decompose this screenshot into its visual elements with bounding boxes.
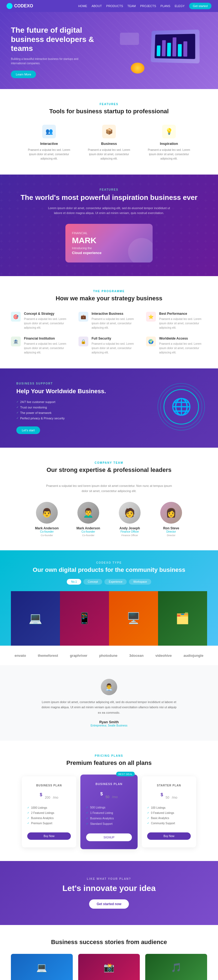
logo: CODEXO xyxy=(6,3,33,9)
nav-projects[interactable]: PROJECTS xyxy=(140,4,156,8)
plan-features-1: 1000 Listings 2 Featured Listings Busine… xyxy=(27,805,71,826)
cta-section: Like what your plan? Let's innovate your… xyxy=(0,861,218,925)
strategy-desc-worldwide: Praesent a vulputat leo sed. Lorem ipsum… xyxy=(159,342,207,355)
strategy-desc-performance: Praesent a vulputat leo sed. Lorem ipsum… xyxy=(159,317,207,330)
pricing-card-1: BUSINESS PLAN $ 200 /mo 1000 Listings 2 … xyxy=(22,776,76,847)
plan-features-featured: 500 Listings 1 Featured Listing Business… xyxy=(86,805,132,827)
plan-price-3: $ 50 /mo xyxy=(147,790,191,801)
strategy-title-worldwide: Worldwide Access xyxy=(159,337,207,340)
nav-cta-button[interactable]: Get started xyxy=(189,3,212,9)
story-img-2: 📸 xyxy=(78,954,140,980)
products-section: CODEXO TYPE Our own digital products for… xyxy=(0,550,218,646)
member-name-2: Mark Anderson xyxy=(72,527,105,530)
avatar-1: 👨 xyxy=(36,502,58,523)
strategy-icon-interactive: 💼 xyxy=(78,312,88,321)
member-title-1: Co-founder xyxy=(30,534,63,537)
logo-text: CODEXO xyxy=(14,3,33,8)
avatar-3: 🧑 xyxy=(119,502,141,523)
monitor-screen xyxy=(154,34,195,59)
feature-title-business: Business xyxy=(84,142,134,146)
support-section: Business Support Help Your Worldwide Bus… xyxy=(0,368,218,448)
stories-grid: 💻 Sed ut perspiciatis unde sit omnis ist… xyxy=(11,954,207,980)
team-member-4: 👩 Ron Steve Director Director xyxy=(155,502,188,537)
partner-videohive: videohive xyxy=(155,654,172,658)
team-member-2: 👨‍🦱 Mark Anderson Co-founder Co-founder xyxy=(72,502,105,537)
strategy-grid: 🎯 Concept & Strategy Praesent a vulputat… xyxy=(11,312,207,355)
nav-team[interactable]: TEAM xyxy=(127,4,136,8)
member-title-3: Finance Officer xyxy=(113,534,146,537)
team-title: Our strong expertise & professional lead… xyxy=(11,466,207,474)
product-tab-4[interactable]: Workspace xyxy=(129,579,151,585)
strategy-security: 🔒 Full Security Praesent a vulputat leo … xyxy=(78,337,140,355)
floating-card xyxy=(120,33,139,45)
strategy-desc-security: Praesent a vulputat leo sed. Lorem ipsum… xyxy=(92,342,140,355)
support-cta-button[interactable]: Let's start xyxy=(16,426,40,434)
nav-home[interactable]: HOME xyxy=(78,4,87,8)
hero-cta-button[interactable]: Learn More xyxy=(11,70,36,78)
nav-plans[interactable]: PLANS xyxy=(161,4,170,8)
feature-icon-inspiration: 💡 xyxy=(162,125,176,138)
globe-visual: 🌐 xyxy=(164,389,202,427)
partner-photodune: photodune xyxy=(99,654,118,658)
support-content: Business Support Help Your Worldwide Bus… xyxy=(16,382,106,434)
product-tabs: No.1 Concept Experience Workspace xyxy=(11,579,207,585)
plan-badge-featured: BEST DEAL xyxy=(116,772,135,776)
plan-price-featured: $ 50 /mo xyxy=(86,789,132,800)
nav-links: HOME ABOUT PRODUCTS TEAM PROJECTS PLANS … xyxy=(78,3,212,9)
feature-desc-inspiration: Praesent a vulputat leo sed. Lorem ipsum… xyxy=(145,148,194,161)
story-card-3: 🎵 Vitae quias voluptas sit aspernatur au… xyxy=(145,954,207,980)
avatar-4: 👩 xyxy=(160,502,182,523)
partner-audiojungle: audiojungle xyxy=(183,654,203,658)
member-role-4: Director xyxy=(155,530,188,533)
strategy-tag: THE PROGRAMME xyxy=(11,290,207,293)
partner-envato: envato xyxy=(15,654,26,658)
strategy-performance: ⭐ Best Performance Praesent a vulputat l… xyxy=(146,312,207,330)
strategy-icon-security: 🔒 xyxy=(78,337,88,346)
member-name-4: Ron Steve xyxy=(155,527,188,530)
partner-3docean: 3docean xyxy=(129,654,143,658)
plan-name-1: BUSINESS PLAN xyxy=(27,784,71,787)
plan-name-featured: BUSINESS PLAN xyxy=(86,783,132,786)
member-name-1: Mark Anderson xyxy=(30,527,63,530)
avatar-2: 👨‍🦱 xyxy=(77,502,99,523)
strategy-title: How we make your strategy business xyxy=(11,295,207,302)
testimonial-name: Ryan Smith xyxy=(11,720,207,724)
inspiration-title: The world's most powerful inspiration bu… xyxy=(11,193,207,202)
nav-elegy[interactable]: ELEGY xyxy=(175,4,185,8)
strategy-icon-performance: ⭐ xyxy=(146,312,156,321)
cta-button[interactable]: Get started now xyxy=(89,899,129,908)
plan-features-3: 100 Listings 0 Featured Listings Basic A… xyxy=(147,805,191,826)
features-title: Tools for business startup to profession… xyxy=(11,108,207,115)
testimonial-section: 👨‍💼 Lorem ipsum dolor sit amet, consecte… xyxy=(0,665,218,741)
strategy-desc-financial: Praesent a vulputat leo sed. Lorem ipsum… xyxy=(24,342,72,355)
hero-content: The future of digital business developer… xyxy=(11,25,103,78)
nav-about[interactable]: ABOUT xyxy=(92,4,102,8)
bar-3 xyxy=(167,43,171,57)
testimonial-text: Lorem ipsum dolor sit amet, consectetur … xyxy=(41,700,177,716)
product-tab-2[interactable]: Concept xyxy=(83,579,102,585)
plan-price-1: $ 200 /mo xyxy=(27,790,71,801)
strategy-worldwide: 🌍 Worldwide Access Praesent a vulputat l… xyxy=(146,337,207,355)
plan-btn-featured[interactable]: SIGNUP xyxy=(86,834,132,841)
story-img-3: 🎵 xyxy=(145,954,207,980)
nav-products[interactable]: PRODUCTS xyxy=(106,4,123,8)
product-image-3: 🖥️ xyxy=(109,591,158,646)
plan-name-3: STARTER PLAN xyxy=(147,784,191,787)
testimonial-role: Entrepreneur, Seatle Business xyxy=(11,724,207,727)
bar-5 xyxy=(178,44,182,57)
cta-title: Let's innovate your idea xyxy=(11,884,207,893)
product-tab-1[interactable]: No.1 xyxy=(67,579,81,585)
products-title: Our own digital products for the communi… xyxy=(11,566,207,573)
product-tab-3[interactable]: Experience xyxy=(104,579,127,585)
plan-btn-3[interactable]: Buy Now xyxy=(147,832,191,840)
strategy-title-interactive: Interactive Business xyxy=(92,312,140,316)
story-img-1: 💻 xyxy=(11,954,73,980)
strategy-title-security: Full Security xyxy=(92,337,140,340)
products-tag: CODEXO TYPE xyxy=(11,561,207,564)
navigation: CODEXO HOME ABOUT PRODUCTS TEAM PROJECTS… xyxy=(0,0,218,12)
strategy-desc-interactive: Praesent a vulputat leo sed. Lorem ipsum… xyxy=(92,317,140,330)
pricing-card-featured: BEST DEAL BUSINESS PLAN $ 50 /mo 500 Lis… xyxy=(80,775,138,849)
feature-desc-business: Praesent a vulputat leo sed. Lorem ipsum… xyxy=(84,148,134,161)
hero-description: Building a beautiful interactive busines… xyxy=(11,57,87,65)
plan-btn-1[interactable]: Buy Now xyxy=(27,832,71,840)
